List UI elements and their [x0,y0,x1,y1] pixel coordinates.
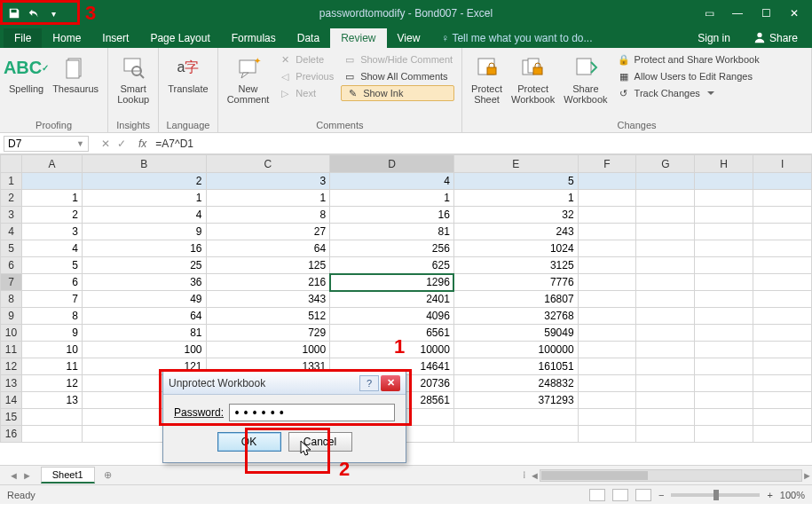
cell[interactable]: 32768 [453,308,578,325]
cell[interactable] [21,173,82,190]
protect-sheet-button[interactable]: Protect Sheet [469,51,504,106]
cell[interactable] [695,224,753,240]
cell[interactable]: 256 [330,240,454,257]
name-box[interactable]: D7 ▼ [4,136,89,152]
cell[interactable]: 161051 [453,358,578,375]
cell[interactable]: 2 [21,207,82,224]
page-layout-view-icon[interactable] [612,489,628,501]
row-header[interactable]: 14 [1,392,22,409]
cell[interactable] [753,173,812,190]
cell[interactable]: 5 [21,257,82,274]
cell[interactable]: 248832 [453,375,578,392]
col-header-B[interactable]: B [82,155,206,173]
cell[interactable]: 1000 [206,342,330,358]
zoom-level[interactable]: 100% [780,490,805,500]
tab-page-layout[interactable]: Page Layout [139,28,220,48]
cell[interactable] [578,358,636,375]
row-header[interactable]: 5 [1,240,22,257]
col-header-D[interactable]: D [330,155,454,173]
cell[interactable] [578,240,636,257]
cell[interactable] [753,190,812,207]
cell[interactable] [753,274,812,291]
zoom-in-icon[interactable]: + [767,490,772,500]
cell[interactable]: 3 [206,173,330,190]
cell[interactable]: 81 [330,224,454,240]
cell[interactable] [578,257,636,274]
cell[interactable]: 59049 [453,325,578,342]
qat-customize-icon[interactable]: ▾ [44,4,62,22]
chevron-down-icon[interactable]: ▼ [76,139,84,148]
cell[interactable] [578,325,636,342]
cell[interactable] [695,240,753,257]
cell[interactable]: 16807 [453,291,578,308]
cell[interactable] [695,375,753,392]
share-workbook-button[interactable]: Share Workbook [562,51,609,106]
sheet-tab-sheet1[interactable]: Sheet1 [41,467,95,484]
cell[interactable] [636,173,695,190]
row-header[interactable]: 4 [1,224,22,240]
cell[interactable]: 9 [82,224,206,240]
cell[interactable]: 1 [82,190,206,207]
cancel-formula-icon[interactable]: ✕ [101,138,110,150]
spelling-button[interactable]: ABC✓ Spelling [7,51,45,96]
cell[interactable] [578,392,636,409]
cell[interactable] [636,291,695,308]
cell[interactable]: 371293 [453,392,578,409]
cell[interactable]: 49 [82,291,206,308]
cell[interactable] [753,375,812,392]
cell[interactable] [453,409,578,426]
scroll-left-icon[interactable]: ◄ [530,470,540,481]
cell[interactable]: 4 [330,173,454,190]
undo-icon[interactable] [25,4,43,22]
cell[interactable] [578,173,636,190]
tab-formulas[interactable]: Formulas [221,28,287,48]
cell[interactable]: 4 [21,240,82,257]
cell[interactable] [695,207,753,224]
zoom-slider[interactable] [671,493,760,497]
track-changes-button[interactable]: ↺Track Changes [615,85,761,101]
cell[interactable] [753,325,812,342]
row-header[interactable]: 12 [1,358,22,375]
cell[interactable] [636,207,695,224]
row-header[interactable]: 10 [1,325,22,342]
cell[interactable] [753,426,812,443]
cell[interactable]: 1 [330,190,454,207]
fx-icon[interactable]: fx [135,138,150,150]
close-icon[interactable]: ✕ [785,7,803,20]
cell[interactable]: 12 [21,375,82,392]
cell[interactable] [578,274,636,291]
cell[interactable] [636,274,695,291]
new-comment-button[interactable]: ✦ New Comment [225,51,272,106]
cell[interactable] [753,240,812,257]
cell[interactable]: 3125 [453,257,578,274]
cell[interactable] [578,224,636,240]
cell[interactable] [695,274,753,291]
cell[interactable] [636,224,695,240]
col-header-I[interactable]: I [753,155,812,173]
cell[interactable]: 11 [21,358,82,375]
tab-file[interactable]: File [4,28,42,48]
col-header-C[interactable]: C [206,155,330,173]
cell[interactable]: 1 [453,190,578,207]
cell[interactable] [636,190,695,207]
row-header[interactable]: 2 [1,190,22,207]
cell[interactable] [636,358,695,375]
cell[interactable] [695,173,753,190]
cell[interactable]: 7 [21,291,82,308]
tab-insert[interactable]: Insert [91,28,139,48]
cell[interactable] [695,257,753,274]
col-header-H[interactable]: H [695,155,753,173]
formula-input[interactable]: =A7^D1 [150,136,812,152]
show-ink-button[interactable]: ✎Show Ink [341,85,454,101]
cell[interactable]: 10 [21,342,82,358]
cell[interactable]: 10000 [330,342,454,358]
cancel-button[interactable]: Cancel [288,432,352,452]
smart-lookup-button[interactable]: Smart Lookup [115,51,151,106]
cell[interactable] [453,426,578,443]
tab-review[interactable]: Review [330,28,386,48]
cell[interactable] [578,409,636,426]
cell[interactable]: 7776 [453,274,578,291]
cell[interactable]: 2 [82,173,206,190]
cell[interactable]: 6561 [330,325,454,342]
cell[interactable] [695,325,753,342]
